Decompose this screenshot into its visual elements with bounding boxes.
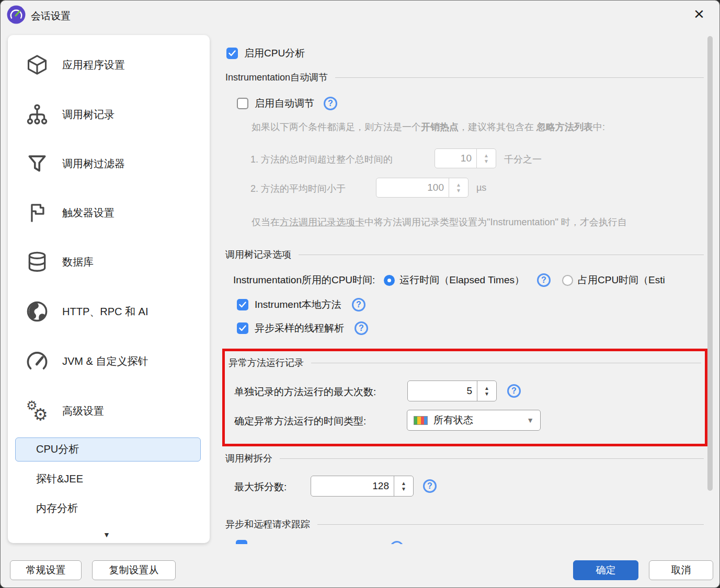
sidebar-item-label: 调用树过滤器: [62, 157, 125, 171]
spinner-buttons[interactable]: ▲▼: [394, 476, 413, 496]
dialog-title: 会话设置: [31, 9, 71, 23]
enable-cpu-profiling-checkbox[interactable]: [226, 48, 238, 59]
enable-auto-tuning-checkbox[interactable]: [237, 98, 248, 109]
cpu-time-label: Instrumentation所用的CPU时间:: [233, 273, 375, 287]
time-type-label: 确定异常方法运行的时间类型:: [234, 414, 366, 428]
gears-icon: ⚙ ⚙: [26, 399, 49, 422]
ok-button[interactable]: 确定: [573, 560, 638, 580]
instrument-native-label[interactable]: Instrument本地方法: [255, 298, 341, 312]
screen: 会话设置 × 应用程序设置 调用树记录: [0, 0, 720, 588]
flag-icon: [26, 201, 49, 224]
sidebar-item-databases[interactable]: 数据库: [8, 250, 210, 273]
globe-icon: [26, 300, 49, 323]
chevron-down-icon: ▼: [527, 416, 534, 424]
help-icon[interactable]: ?: [507, 384, 521, 398]
section-divider: [311, 363, 701, 363]
max-recorded-runs-label: 单独记录的方法运行的最大次数:: [234, 385, 376, 399]
spinner-up-icon: ▲: [484, 153, 489, 159]
max-recorded-runs-spinner[interactable]: 5 ▲▼: [407, 381, 497, 401]
help-icon[interactable]: ?: [352, 298, 365, 312]
max-splits-spinner[interactable]: 128 ▲▼: [311, 476, 414, 497]
estimated-cpu-times-radio[interactable]: [562, 275, 573, 286]
spinner-down-icon: ▼: [484, 391, 489, 397]
sidebar-subitem-cpu-profiling[interactable]: CPU分析: [36, 442, 79, 456]
section-auto-tuning: Instrumentation自动调节: [225, 71, 704, 84]
spinner-buttons: ▲▼: [449, 178, 468, 197]
sidebar-item-trigger-settings[interactable]: 触发器设置: [8, 201, 210, 224]
async-thread-resolution-checkbox[interactable]: [237, 322, 248, 334]
auto-tuning-description: 如果以下两个条件都满足，则方法是一个开销热点，建议将其包含在 忽略方法列表中:: [252, 121, 605, 133]
cancel-button[interactable]: 取消: [649, 560, 713, 580]
app-logo-icon: [7, 5, 26, 24]
spinner-down-icon: ▼: [484, 158, 489, 165]
condition1-unit: 千分之一: [504, 153, 542, 166]
sidebar-subitem-probes-jee[interactable]: 探针&JEE: [36, 472, 83, 486]
async-thread-resolution-label[interactable]: 异步采样的线程解析: [255, 321, 344, 335]
spinner-buttons[interactable]: ▲▼: [477, 381, 496, 401]
spinner-down-icon: ▼: [401, 486, 406, 492]
method-recording-tab-link: 方法调用记录选项卡: [280, 216, 364, 228]
spinner-value: 100: [376, 178, 449, 197]
sidebar-subitem-memory-profiling[interactable]: 内存分析: [36, 501, 78, 515]
elapsed-times-radio[interactable]: [384, 275, 395, 286]
estimated-cpu-times-label[interactable]: 占用CPU时间（Esti: [578, 273, 665, 287]
condition2-unit: µs: [476, 182, 486, 193]
database-icon: [26, 250, 49, 273]
sidebar-scroll-down-icon[interactable]: ▼: [103, 531, 110, 539]
cube-icon: [26, 53, 49, 76]
spinner-value[interactable]: 128: [311, 476, 394, 496]
section-title: 调用树记录选项: [225, 248, 291, 261]
help-icon[interactable]: ?: [423, 479, 437, 493]
thread-states-color-icon: [414, 416, 428, 425]
call-tree-icon: [26, 103, 49, 126]
session-settings-dialog: 会话设置 × 应用程序设置 调用树记录: [0, 0, 720, 588]
sidebar-item-label: 应用程序设置: [62, 58, 125, 72]
partial-help-icon: [390, 541, 404, 544]
cpu-time-radio-row: Instrumentation所用的CPU时间: 运行时间（Elapsed Ti…: [233, 273, 720, 287]
copy-settings-from-button[interactable]: 复制设置从: [92, 560, 176, 580]
sidebar-item-jvm-custom-probes[interactable]: JVM & 自定义探针: [8, 350, 210, 373]
time-type-dropdown[interactable]: 所有状态 ▼: [407, 410, 541, 431]
sidebar-item-label: 触发器设置: [62, 206, 115, 220]
enable-cpu-profiling-label[interactable]: 启用CPU分析: [244, 47, 305, 60]
spinner-down-icon: ▼: [456, 188, 461, 194]
sidebar-item-call-tree-recording[interactable]: 调用树记录: [8, 103, 210, 126]
close-icon[interactable]: ×: [694, 5, 704, 22]
sidebar-item-label: JVM & 自定义探针: [62, 354, 148, 368]
condition2-label: 2. 方法的平均时间小于: [250, 182, 346, 195]
section-async-remote-tracking: 异步和远程请求跟踪: [225, 518, 704, 531]
help-icon[interactable]: ?: [324, 97, 337, 110]
section-divider: [299, 255, 704, 255]
sidebar-item-application-settings[interactable]: 应用程序设置: [8, 53, 210, 76]
spinner-buttons: ▲▼: [476, 149, 496, 168]
sidebar-item-label: 数据库: [62, 255, 94, 269]
sidebar-item-label: 调用树记录: [62, 108, 115, 122]
section-title: 异常方法运行记录: [228, 356, 304, 369]
sidebar-item-label: HTTP、RPC 和 AI: [62, 305, 148, 319]
gauge-icon: [26, 350, 49, 373]
section-title: Instrumentation自动调节: [225, 71, 328, 84]
section-call-tree-recording-options: 调用树记录选项: [225, 248, 704, 261]
section-call-tree-splitting: 调用树拆分: [225, 452, 704, 465]
section-title: 调用树拆分: [225, 452, 272, 465]
spinner-value[interactable]: 5: [408, 381, 477, 401]
spinner-up-icon: ▲: [484, 385, 489, 391]
partial-checkbox: [236, 540, 247, 544]
sidebar-item-advanced-settings[interactable]: ⚙ ⚙ 高级设置: [8, 399, 210, 422]
condition2-spinner: 100 ▲▼: [376, 178, 468, 198]
enable-auto-tuning-label[interactable]: 启用自动调节: [255, 97, 314, 110]
elapsed-times-label[interactable]: 运行时间（Elapsed Times）: [399, 273, 524, 287]
enable-cpu-profiling-row: 启用CPU分析: [226, 47, 305, 60]
help-icon[interactable]: ?: [355, 321, 368, 335]
section-divider: [335, 77, 704, 78]
help-icon[interactable]: ?: [537, 273, 551, 287]
sidebar-item-call-tree-filters[interactable]: 调用树过滤器: [8, 152, 210, 175]
section-divider: [280, 458, 704, 459]
vertical-scrollbar-thumb[interactable]: [707, 36, 713, 491]
settings-sidebar: 应用程序设置 调用树记录 调用树过滤器: [8, 35, 210, 543]
instrument-native-checkbox[interactable]: [237, 299, 248, 310]
section-exceptional-method-runs: 异常方法运行记录: [228, 356, 701, 369]
general-settings-button[interactable]: 常规设置: [10, 560, 82, 580]
sidebar-item-http-rpc-ai[interactable]: HTTP、RPC 和 AI: [8, 300, 210, 323]
spinner-up-icon: ▲: [401, 480, 406, 487]
